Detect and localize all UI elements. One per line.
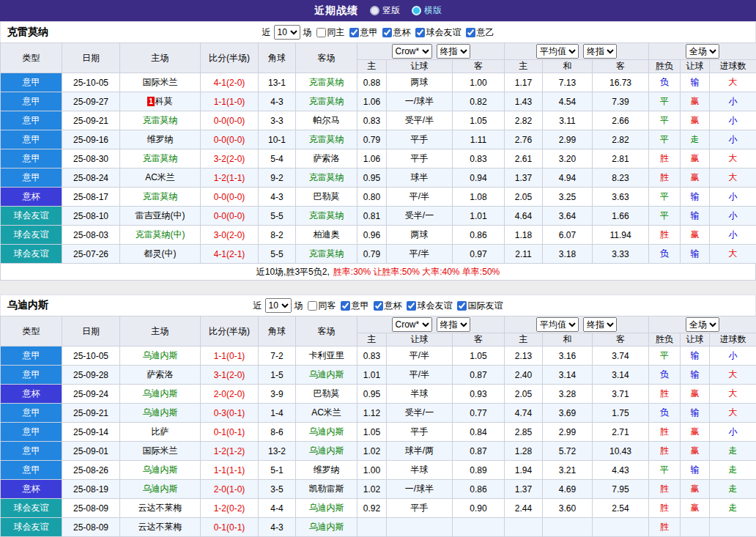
league-filter-input-2[interactable] bbox=[407, 301, 416, 311]
team-link[interactable]: AC米兰 bbox=[311, 407, 341, 418]
team-link[interactable]: 凯勒雷斯 bbox=[309, 484, 344, 494]
league-filter-0[interactable]: 意甲 bbox=[336, 300, 369, 312]
team-link[interactable]: 乌迪内斯 bbox=[309, 445, 344, 456]
team-link[interactable]: 克雷莫纳 bbox=[309, 134, 344, 144]
home-team-cell: 克雷莫纳 bbox=[120, 111, 201, 130]
team-link[interactable]: 克雷莫纳 bbox=[309, 96, 344, 106]
league-filter-3[interactable]: 国际友谊 bbox=[453, 300, 503, 312]
same-venue-checkbox[interactable]: 同主 bbox=[312, 26, 345, 39]
match-row: 意甲 25-09-21 克雷莫纳 0-0(0-0) 3-3 帕尔马 0.83受平… bbox=[1, 111, 756, 130]
match-count-select[interactable]: 10 bbox=[274, 25, 300, 40]
away-team-cell: 柏迪奥 bbox=[296, 226, 357, 245]
page-title: 近期战绩 bbox=[314, 4, 358, 18]
league-filter-3[interactable]: 意乙 bbox=[462, 26, 494, 39]
team-link[interactable]: 柏迪奥 bbox=[314, 229, 340, 240]
team-link[interactable]: 国际米兰 bbox=[143, 77, 178, 87]
team-link[interactable]: 乌迪内斯 bbox=[309, 503, 344, 513]
team-link[interactable]: 克雷莫纳 bbox=[309, 248, 344, 259]
team-link[interactable]: 克雷莫纳 bbox=[309, 210, 344, 221]
result-cell: 走 bbox=[710, 442, 756, 461]
league-filter-input-3[interactable] bbox=[466, 28, 475, 37]
team-link[interactable]: 乌迪内斯 bbox=[309, 426, 344, 437]
sub-header-6: 胜负 bbox=[649, 333, 681, 347]
team-link[interactable]: 乌迪内斯 bbox=[143, 484, 178, 494]
away-team-cell: 克雷莫纳 bbox=[296, 130, 357, 149]
result-cell: 输 bbox=[681, 366, 710, 385]
team-link[interactable]: 雷吉亚纳(中) bbox=[136, 210, 185, 221]
corner-cell: 1-4 bbox=[259, 404, 296, 423]
league-filter-input-0[interactable] bbox=[349, 28, 359, 37]
team-link[interactable]: 卡利亚里 bbox=[309, 350, 344, 360]
bookmaker-select[interactable]: Crow* bbox=[392, 317, 432, 332]
asian-odds-cell: 1.11 bbox=[453, 130, 505, 149]
euro-odds-cell: 2.81 bbox=[593, 149, 649, 168]
team-link[interactable]: 维罗纳 bbox=[314, 464, 340, 475]
team-link[interactable]: 乌迪内斯 bbox=[143, 388, 178, 399]
column-header-3: 比分(半场) bbox=[201, 43, 259, 73]
team-link[interactable]: 比萨 bbox=[152, 426, 169, 437]
result-cell: 小 bbox=[710, 423, 756, 442]
euro-stage-select[interactable]: 终指 bbox=[583, 317, 617, 332]
result-cell: 输 bbox=[681, 461, 710, 480]
team-link[interactable]: 乌迪内斯 bbox=[309, 369, 344, 379]
summary-record: 近10场,胜3平5负2, bbox=[256, 266, 330, 278]
euro-odds-cell: 3.14 bbox=[543, 366, 593, 385]
league-filter-1[interactable]: 意杯 bbox=[378, 26, 411, 39]
team-link[interactable]: 克雷莫纳 bbox=[143, 191, 178, 201]
team-link[interactable]: 巴勒莫 bbox=[314, 191, 340, 201]
result-cell: 胜 bbox=[649, 423, 681, 442]
team-link[interactable]: 帕尔马 bbox=[314, 115, 340, 125]
same-venue-checkbox[interactable]: 同客 bbox=[303, 300, 336, 312]
team-link[interactable]: AC米兰 bbox=[145, 172, 175, 182]
team-link[interactable]: 国际米兰 bbox=[143, 445, 178, 456]
bookmaker-select[interactable]: Crow* bbox=[392, 44, 432, 59]
league-filter-input-1[interactable] bbox=[382, 28, 392, 37]
league-filter-input-0[interactable] bbox=[341, 301, 350, 311]
team-link[interactable]: 巴勒莫 bbox=[314, 388, 340, 399]
average-select[interactable]: 平均值 bbox=[536, 44, 579, 59]
team-link[interactable]: 都灵(中) bbox=[144, 248, 177, 259]
team-link[interactable]: 云达不莱梅 bbox=[138, 503, 182, 513]
date-cell: 25-08-03 bbox=[62, 226, 120, 245]
asian-stage-select[interactable]: 终指 bbox=[437, 317, 470, 332]
score-cell: 1-2(1-2) bbox=[201, 442, 259, 461]
team-link[interactable]: 科莫 bbox=[155, 96, 173, 106]
euro-odds-cell: 2.76 bbox=[505, 130, 543, 149]
same-venue-input[interactable] bbox=[308, 301, 317, 311]
asian-odds-cell: 一/球半 bbox=[387, 480, 453, 499]
league-filter-1[interactable]: 意杯 bbox=[369, 300, 402, 312]
radio-vertical-layout[interactable]: 竖版 bbox=[370, 4, 400, 17]
scope-select[interactable]: 全场 bbox=[686, 44, 719, 59]
team-link[interactable]: 克雷莫纳(中) bbox=[136, 229, 185, 240]
league-filter-2[interactable]: 球会友谊 bbox=[402, 300, 453, 312]
team-link[interactable]: 乌迪内斯 bbox=[309, 522, 344, 532]
asian-stage-select[interactable]: 终指 bbox=[437, 44, 470, 59]
average-select[interactable]: 平均值 bbox=[536, 317, 579, 332]
league-filter-0[interactable]: 意甲 bbox=[345, 26, 378, 39]
team-link[interactable]: 克雷莫纳 bbox=[309, 77, 344, 87]
team-link[interactable]: 维罗纳 bbox=[147, 134, 174, 144]
euro-stage-select[interactable]: 终指 bbox=[583, 44, 617, 59]
league-filter-2[interactable]: 球会友谊 bbox=[411, 26, 462, 39]
scope-select[interactable]: 全场 bbox=[686, 317, 719, 332]
league-filter-input-3[interactable] bbox=[457, 301, 467, 311]
league-filter-input-1[interactable] bbox=[374, 301, 383, 311]
team-link[interactable]: 云达不莱梅 bbox=[138, 522, 182, 532]
team-link[interactable]: 乌迪内斯 bbox=[143, 350, 178, 360]
league-filter-input-2[interactable] bbox=[415, 28, 425, 37]
near-label: 近 bbox=[262, 26, 271, 39]
match-count-select[interactable]: 10 bbox=[265, 298, 292, 313]
team-link[interactable]: 克雷莫纳 bbox=[143, 153, 178, 163]
same-venue-input[interactable] bbox=[316, 28, 326, 37]
radio-horizontal-layout[interactable]: 横版 bbox=[412, 4, 442, 17]
team-link[interactable]: 乌迪内斯 bbox=[143, 407, 178, 418]
team-link[interactable]: 克雷莫纳 bbox=[309, 172, 344, 182]
asian-odds-cell: 受平/半 bbox=[387, 111, 453, 130]
home-team-cell: 国际米兰 bbox=[120, 73, 201, 92]
date-cell: 25-10-05 bbox=[62, 73, 120, 92]
home-team-cell: 乌迪内斯 bbox=[120, 404, 201, 423]
team-link[interactable]: 克雷莫纳 bbox=[143, 115, 178, 125]
team-link[interactable]: 乌迪内斯 bbox=[143, 464, 178, 475]
team-link[interactable]: 萨索洛 bbox=[147, 369, 174, 379]
team-link[interactable]: 萨索洛 bbox=[314, 153, 340, 163]
